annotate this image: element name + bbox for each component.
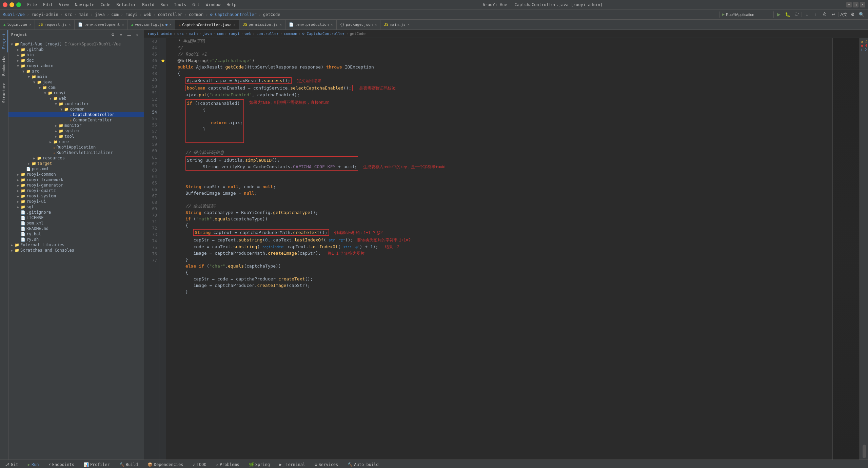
tab-request-js[interactable]: JS request.js ×	[35, 20, 75, 30]
sidebar-gear-button[interactable]: ⚙	[109, 31, 117, 39]
code-content[interactable]: * 生成验证码 */ // RuoYi +1	[166, 38, 832, 460]
right-panel-scroll-indicator[interactable]	[863, 445, 866, 458]
close-button[interactable]	[3, 2, 7, 7]
run-config-dropdown[interactable]: ▶ RuoYiApplication	[719, 11, 774, 18]
nav-common[interactable]: common	[189, 12, 203, 17]
code-editor[interactable]: 43 44 45 46 47 48 49 50 51 52 53 54 55 5…	[144, 38, 868, 460]
bc-web[interactable]: web	[244, 32, 251, 36]
nav-web[interactable]: web	[144, 12, 151, 17]
translate-button[interactable]: A文	[840, 11, 848, 18]
tree-ry-sh[interactable]: 📄 ry.sh	[8, 237, 144, 242]
undo-button[interactable]: ↩	[830, 11, 837, 18]
tree-pom-root[interactable]: 📄 pom.xml	[8, 220, 144, 226]
minimap[interactable]	[832, 38, 860, 460]
menu-navigate[interactable]: Navigate	[72, 2, 97, 8]
tree-ruoyi-admin[interactable]: ▼ 📁 ruoyi-admin	[8, 63, 144, 69]
tab-login-vue[interactable]: ▲ login.vue ×	[0, 20, 35, 30]
restore-icon[interactable]: □	[853, 2, 859, 7]
menu-git[interactable]: Git	[190, 2, 202, 8]
menu-file[interactable]: File	[24, 2, 40, 8]
tree-ruoyi-generator[interactable]: ▶ 📁 ruoyi-generator	[8, 182, 144, 188]
tab-env-dev[interactable]: 📄 .env.development ×	[75, 20, 128, 30]
tab-main-js[interactable]: JS main.js ×	[380, 20, 413, 30]
tab-captcha-controller[interactable]: ☕ CaptchaController.java ×	[175, 20, 239, 30]
profiler-btn[interactable]: 📊 Profiler	[82, 462, 112, 468]
tab-close-login[interactable]: ×	[29, 23, 31, 26]
bc-java[interactable]: java	[203, 32, 212, 36]
bc-src[interactable]: src	[177, 32, 184, 36]
tree-root[interactable]: ▼ 📁 RuoYi-Vue [ruoyi] E:\WorkSpace1\RuoY…	[8, 41, 144, 47]
tree-ruoyi-system[interactable]: ▶ 📁 ruoyi-system	[8, 193, 144, 199]
menu-build[interactable]: Build	[139, 2, 157, 8]
tree-ext-libs[interactable]: ▶ 📁 External Libraries	[8, 242, 144, 248]
settings-button[interactable]: ⚙	[849, 11, 856, 18]
tree-doc[interactable]: ▶ 📁 doc	[8, 58, 144, 63]
nav-ruoyi-admin[interactable]: ruoyi-admin	[31, 12, 58, 17]
tree-ruoyi-app[interactable]: ☕ RuoYiApplication	[8, 144, 144, 150]
tree-ruoyi-quartz[interactable]: ▶ 📁 ruoyi-quartz	[8, 188, 144, 193]
tree-core[interactable]: ▶ 📁 core	[8, 139, 144, 144]
tree-web[interactable]: ▼ 📁 web	[8, 96, 144, 101]
nav-getcode[interactable]: getCode	[263, 12, 280, 17]
menu-view[interactable]: View	[56, 2, 72, 8]
tree-scratches[interactable]: ▶ 📁 Scratches and Consoles	[8, 248, 144, 253]
tab-close-main[interactable]: ×	[408, 23, 410, 26]
tree-controller[interactable]: ▼ 📁 controller	[8, 101, 144, 106]
tree-license[interactable]: 📄 LICENSE	[8, 215, 144, 220]
tree-ruoyi[interactable]: ▼ 📁 ruoyi	[8, 90, 144, 96]
bc-ruoyi-2[interactable]: ruoyi	[229, 32, 240, 36]
tree-src[interactable]: ▼ 📁 src	[8, 69, 144, 74]
tree-resources[interactable]: ▶ 📁 resources	[8, 155, 144, 161]
bc-controller[interactable]: controller	[256, 32, 279, 36]
tree-ruoyi-servlet[interactable]: ☕ RuoYiServletInitializer	[8, 150, 144, 155]
auto-build-btn[interactable]: 🔨 Auto build	[346, 462, 380, 468]
tab-close-captcha[interactable]: ×	[234, 23, 236, 27]
tree-target[interactable]: ▶ 📁 target	[8, 161, 144, 166]
tree-bin[interactable]: ▶ 📁 bin	[8, 52, 144, 58]
tree-java[interactable]: ▼ 📁 java	[8, 79, 144, 85]
tree-tool[interactable]: ▶ 📁 tool	[8, 134, 144, 139]
tab-close-vue-config[interactable]: ×	[170, 23, 172, 26]
minimize-icon[interactable]: −	[846, 2, 852, 7]
nav-project[interactable]: RuoYi-Vue	[3, 12, 25, 17]
tree-system[interactable]: ▶ 📁 system	[8, 128, 144, 134]
spring-btn[interactable]: 🌿 Spring	[247, 462, 272, 468]
nav-captcha[interactable]: ⚙ CaptchaController	[210, 12, 256, 17]
tab-permission-js[interactable]: JS permission.js ×	[239, 20, 285, 30]
tree-common-controller[interactable]: ☕ CommonController	[8, 117, 144, 123]
bc-captcha[interactable]: ⚙ CaptchaController	[302, 32, 345, 36]
services-btn[interactable]: ⚙ Services	[313, 462, 340, 468]
run-button[interactable]: ▶	[775, 11, 783, 18]
tab-env-prod[interactable]: 📄 .env.production ×	[285, 20, 336, 30]
tab-close-request[interactable]: ×	[69, 23, 71, 26]
tab-close-permission[interactable]: ×	[280, 23, 282, 26]
tab-close-env-dev[interactable]: ×	[122, 23, 124, 26]
nav-ruoyi2[interactable]: ruoyi	[125, 12, 137, 17]
tab-vue-config[interactable]: ▲ vue.config.js ×	[128, 20, 175, 30]
menu-code[interactable]: Code	[98, 2, 113, 8]
tab-package-json[interactable]: {} package.json ×	[337, 20, 381, 30]
search-button[interactable]: 🔍	[858, 11, 865, 18]
window-controls[interactable]	[3, 2, 21, 7]
tree-gitignore[interactable]: 📄 .gitignore	[8, 210, 144, 215]
tree-sql[interactable]: ▶ 📁 sql	[8, 204, 144, 210]
sidebar-expand-button[interactable]: ≡	[117, 31, 125, 39]
menu-tools[interactable]: Tools	[171, 2, 189, 8]
tree-github[interactable]: ▶ 📁 .github	[8, 47, 144, 52]
bc-ruoyi-admin[interactable]: ruoyi-admin	[147, 32, 172, 36]
project-tab[interactable]: Project	[0, 30, 8, 52]
tree-monitor[interactable]: ▶ 📁 monitor	[8, 123, 144, 128]
nav-src[interactable]: src	[65, 12, 72, 17]
tree-captcha-controller[interactable]: ☕ CaptchaController	[8, 112, 144, 117]
problems-btn[interactable]: ⚠ Problems	[214, 462, 241, 468]
tab-close-env-prod[interactable]: ×	[331, 23, 333, 26]
endpoints-btn[interactable]: ⚡ Endpoints	[46, 462, 76, 468]
sidebar-close-button[interactable]: ×	[134, 31, 141, 39]
tab-close-package[interactable]: ×	[375, 23, 377, 26]
git-push-button[interactable]: ↑	[812, 11, 820, 18]
bookmarks-tab[interactable]: Bookmarks	[0, 52, 8, 79]
tree-ruoyi-common[interactable]: ▶ 📁 ruoyi-common	[8, 172, 144, 177]
tree-main[interactable]: ▼ 📁 main	[8, 74, 144, 79]
git-update-button[interactable]: ↓	[803, 11, 811, 18]
tree-pom-admin[interactable]: 📄 pom.xml	[8, 166, 144, 172]
